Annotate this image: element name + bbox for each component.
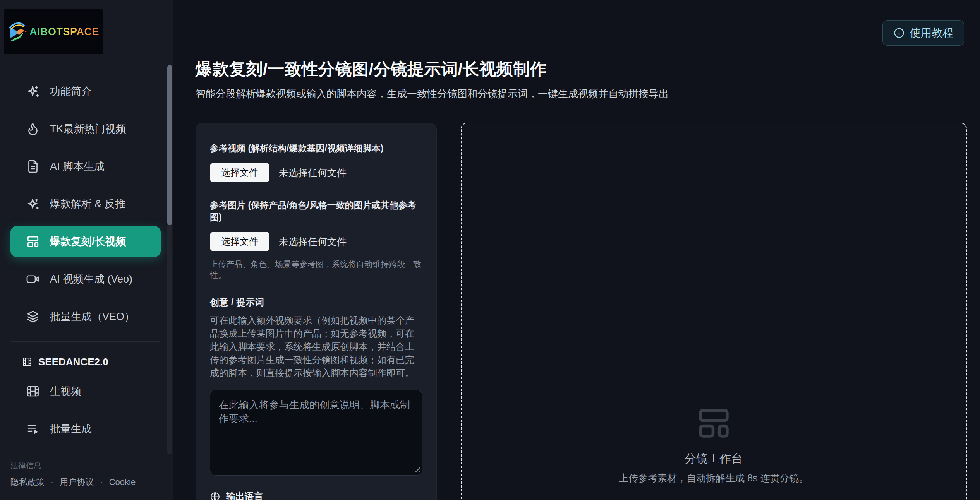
sidebar-item-label: 功能简介 <box>50 84 92 98</box>
prompt-description: 可在此输入额外视频要求（例如把视频中的某个产品换成上传某图片中的产品；如无参考视… <box>210 314 422 380</box>
generation-form-panel: 参考视频 (解析结构/爆款基因/视频详细脚本) 选择文件 未选择任何文件 参考图… <box>196 123 437 500</box>
main-content: 使用教程 爆款复刻/一致性分镜图/分镜提示词/长视频制作 智能分段解析爆款视频或… <box>173 0 980 500</box>
tutorial-button-label: 使用教程 <box>910 26 953 40</box>
prompt-label: 创意 / 提示词 <box>210 296 422 308</box>
sidebar-section-label: SEEDANCE2.0 <box>38 356 108 368</box>
app-root: AIBOTSPACE 功能简介 TK最新热门视频 <box>0 0 980 500</box>
sidebar-item-label: 批量生成 <box>50 422 92 436</box>
sidebar-nav: 功能简介 TK最新热门视频 AI 脚本生成 <box>0 65 173 454</box>
workspace-title: 分镜工作台 <box>567 451 861 467</box>
reference-image-label: 参考图片 (保持产品/角色/风格一致的图片或其他参考图) <box>210 199 422 223</box>
film-icon <box>22 357 32 367</box>
workspace-placeholder: 分镜工作台 上传参考素材，自动拆解生成 8s 连贯分镜。 <box>567 404 861 485</box>
storyboard-layout-icon <box>695 404 733 442</box>
storyboard-workspace-dropzone: 分镜工作台 上传参考素材，自动拆解生成 8s 连贯分镜。 <box>461 123 967 500</box>
flame-icon <box>26 122 40 136</box>
sparkles-icon <box>26 197 40 211</box>
sidebar-item-viral-analysis[interactable]: 爆款解析 & 反推 <box>10 188 161 219</box>
reference-image-file-input: 选择文件 未选择任何文件 <box>210 232 422 251</box>
logo[interactable]: AIBOTSPACE <box>4 9 103 54</box>
content-row: 参考视频 (解析结构/爆款基因/视频详细脚本) 选择文件 未选择任何文件 参考图… <box>196 123 967 500</box>
output-language-label: 输出语言 <box>226 490 263 500</box>
storyboard-layout-icon <box>26 235 40 248</box>
user-agreement-link[interactable]: 用户协议 <box>60 476 94 488</box>
legal-links: 隐私政策 · 用户协议 · Cookie <box>10 476 163 488</box>
choose-video-file-button[interactable]: 选择文件 <box>210 163 269 182</box>
sidebar-item-ai-video-veo[interactable]: AI 视频生成 (Veo) <box>10 264 161 295</box>
page-title: 爆款复刻/一致性分镜图/分镜提示词/长视频制作 <box>196 58 967 80</box>
sidebar-item-viral-replicate-longvideo[interactable]: 爆款复刻/长视频 <box>10 226 161 257</box>
sidebar-item-label: 爆款解析 & 反推 <box>50 197 125 211</box>
workspace-subtitle: 上传参考素材，自动拆解生成 8s 连贯分镜。 <box>567 472 861 485</box>
info-icon <box>893 27 905 39</box>
page-subtitle: 智能分段解析爆款视频或输入的脚本内容，生成一致性分镜图和分镜提示词，一键生成视频… <box>196 87 967 101</box>
choose-image-file-button[interactable]: 选择文件 <box>210 232 269 251</box>
list-play-icon <box>26 422 40 436</box>
sidebar-item-label: 爆款复刻/长视频 <box>50 235 126 248</box>
film-strip-icon <box>26 384 40 398</box>
sidebar-item-batch-generate[interactable]: 批量生成 <box>10 413 161 444</box>
sidebar-item-label: AI 脚本生成 <box>50 159 105 173</box>
legal-title: 法律信息 <box>10 461 163 471</box>
nav-section-divider <box>11 341 160 342</box>
sidebar-scrollbar-thumb[interactable] <box>167 65 172 225</box>
sidebar-item-ai-script[interactable]: AI 脚本生成 <box>10 151 161 182</box>
layers-icon <box>26 310 40 324</box>
cookie-link[interactable]: Cookie <box>109 477 136 487</box>
video-file-status: 未选择任何文件 <box>279 166 347 179</box>
sidebar-footer: 法律信息 隐私政策 · 用户协议 · Cookie <box>0 454 173 491</box>
prompt-textarea-wrap <box>210 390 422 476</box>
sparkles-icon <box>26 84 40 98</box>
video-camera-icon <box>26 272 40 286</box>
reference-video-file-input: 选择文件 未选择任何文件 <box>210 163 422 182</box>
sidebar-item-label: AI 视频生成 (Veo) <box>50 272 132 286</box>
sidebar-item-generate-video[interactable]: 生视频 <box>10 376 161 407</box>
logo-text: AIBOTSPACE <box>29 26 99 38</box>
globe-icon <box>210 491 220 500</box>
sidebar-scrollbar[interactable] <box>167 65 172 454</box>
sidebar-item-tk-hot-videos[interactable]: TK最新热门视频 <box>10 113 161 144</box>
reference-video-label: 参考视频 (解析结构/爆款基因/视频详细脚本) <box>210 142 422 154</box>
link-separator: · <box>100 477 103 487</box>
prompt-textarea[interactable] <box>210 390 422 476</box>
sidebar-item-batch-veo[interactable]: 批量生成（VEO） <box>10 301 161 332</box>
sidebar-item-label: 批量生成（VEO） <box>50 310 135 324</box>
logo-bird-icon <box>8 13 27 50</box>
tutorial-button[interactable]: 使用教程 <box>882 20 964 46</box>
reference-image-hint: 上传产品、角色、场景等参考图，系统将自动维持跨段一致性。 <box>210 259 422 281</box>
privacy-policy-link[interactable]: 隐私政策 <box>10 476 45 488</box>
output-language-row: 输出语言 <box>210 490 422 500</box>
sidebar-section-seedance: SEEDANCE2.0 <box>22 353 173 370</box>
sidebar-item-feature-intro[interactable]: 功能简介 <box>10 76 161 107</box>
sidebar: AIBOTSPACE 功能简介 TK最新热门视频 <box>0 0 173 500</box>
link-separator: · <box>51 477 53 487</box>
image-file-status: 未选择任何文件 <box>279 235 347 248</box>
file-text-icon <box>26 159 40 173</box>
sidebar-item-label: TK最新热门视频 <box>50 122 126 136</box>
sidebar-item-label: 生视频 <box>50 384 81 398</box>
